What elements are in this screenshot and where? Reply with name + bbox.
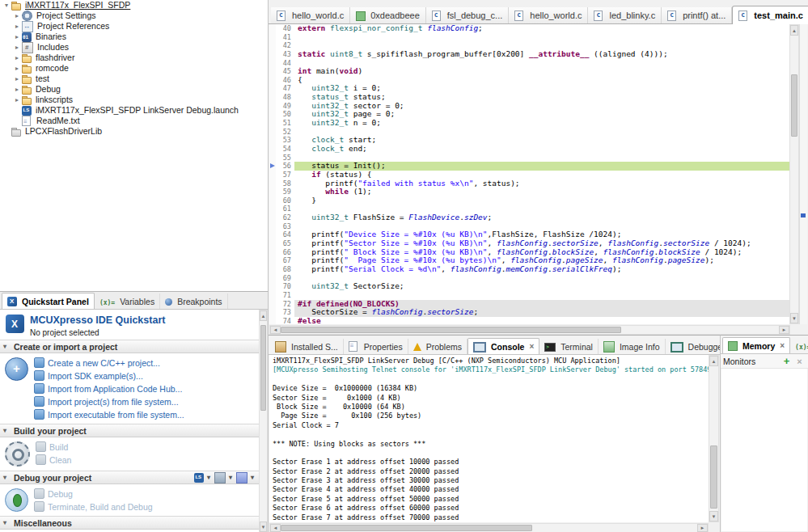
scrollbar-track[interactable]: [281, 326, 779, 334]
tree-item-project-settings[interactable]: Project Settings: [0, 11, 268, 21]
console-output[interactable]: iMXRT117x_FlexSPI_SFDP LinkServer Debug …: [269, 355, 709, 522]
code-text[interactable]: static uint8_t s_spififlash_program_buff…: [294, 50, 789, 59]
tree-item-flashdriver[interactable]: flashdriver: [0, 53, 268, 63]
line-number[interactable]: 72: [276, 300, 294, 309]
scrollbar-thumb[interactable]: [710, 445, 717, 508]
code-lines[interactable]: 40extern flexspi_nor_config_t flashConfi…: [269, 24, 789, 324]
program-flash-button[interactable]: [236, 472, 254, 483]
section-collapse-icon[interactable]: [3, 343, 11, 350]
annotation-ruler[interactable]: [269, 300, 276, 309]
line-number[interactable]: 53: [276, 136, 294, 145]
code-line-74[interactable]: 74#else: [269, 317, 789, 324]
code-line-73[interactable]: 73 SectorSize = flashConfig.sectorSize;: [269, 308, 789, 317]
editor-tab-0xdeadbeee[interactable]: 0xdeadbeee: [350, 7, 426, 23]
annotation-ruler[interactable]: [269, 59, 276, 68]
link-import-project-s-from-file-system[interactable]: Import project(s) from file system...: [34, 396, 184, 407]
scrollbar-thumb[interactable]: [791, 74, 797, 137]
section-header-build-your-project[interactable]: Build your project: [0, 424, 259, 437]
code-line-41[interactable]: 41: [269, 33, 789, 42]
annotation-ruler[interactable]: [269, 256, 276, 265]
line-number[interactable]: 74: [276, 317, 294, 324]
tree-expander-icon[interactable]: [12, 32, 22, 42]
tree-item-project-references[interactable]: Project References: [0, 21, 268, 32]
code-line-51[interactable]: 51 uint32_t n = 0;: [269, 119, 789, 128]
scrollbar-thumb[interactable]: [281, 525, 532, 531]
annotation-ruler[interactable]: [269, 274, 276, 283]
tree-expander-icon[interactable]: [2, 0, 11, 11]
line-number[interactable]: 59: [276, 188, 294, 196]
editor-tab-fsl-debug-c[interactable]: fsl_debug_c...: [426, 7, 510, 23]
tree-item-debug[interactable]: Debug: [0, 84, 268, 95]
tree-expander-icon[interactable]: [12, 53, 22, 63]
tree-item-lpcxflashdriverlib[interactable]: LPCXFlashDriverLib: [0, 126, 268, 137]
line-number[interactable]: 66: [276, 248, 294, 257]
annotation-ruler[interactable]: [269, 317, 276, 324]
scrollbar-track[interactable]: [260, 321, 267, 521]
code-text[interactable]: uint32_t SectorSize;: [294, 282, 789, 291]
code-editor[interactable]: 40extern flexspi_nor_config_t flashConfi…: [269, 24, 807, 324]
line-number[interactable]: 55: [276, 154, 294, 163]
code-text[interactable]: int main(void): [294, 67, 789, 76]
line-number[interactable]: 65: [276, 239, 294, 248]
annotation-ruler[interactable]: [269, 222, 276, 231]
line-number[interactable]: 63: [276, 222, 294, 231]
code-line-62[interactable]: 62 uint32_t FlashSize = FlashDevice.szDe…: [269, 213, 789, 222]
overview-ruler[interactable]: [799, 24, 807, 324]
code-text[interactable]: while (1);: [294, 188, 789, 196]
scrollbar-track[interactable]: [790, 36, 798, 313]
view-tab-breakpoints[interactable]: Breakpoints: [160, 293, 227, 309]
scroll-up-icon[interactable]: [709, 356, 718, 366]
annotation-ruler[interactable]: [269, 93, 276, 102]
tree-item-imxrt117x-flexspi-sfdp-linkserver-debug-launch[interactable]: iMXRT117x_FlexSPI_SFDP LinkServer Debug.…: [0, 105, 268, 116]
code-text[interactable]: clock_t start;: [294, 136, 789, 145]
link-import-from-application-code-hub[interactable]: Import from Application Code Hub...: [34, 383, 184, 394]
console-vertical-scrollbar[interactable]: [709, 355, 719, 522]
close-tab-icon[interactable]: [780, 341, 785, 350]
line-number[interactable]: 52: [276, 128, 294, 137]
scrollbar-track[interactable]: [709, 366, 718, 511]
annotation-ruler[interactable]: [269, 248, 276, 257]
console-tab-problems[interactable]: Problems: [408, 339, 467, 354]
line-number[interactable]: 44: [276, 59, 294, 68]
section-collapse-icon[interactable]: [3, 519, 11, 526]
annotation-ruler[interactable]: [269, 213, 276, 222]
annotation-ruler[interactable]: [269, 230, 276, 239]
annotation-ruler[interactable]: [269, 239, 276, 248]
console-tab-terminal[interactable]: Terminal: [539, 339, 599, 354]
debug-probe-button[interactable]: [214, 472, 232, 483]
line-number[interactable]: 40: [276, 24, 294, 33]
line-number[interactable]: 70: [276, 282, 294, 291]
line-number[interactable]: 54: [276, 145, 294, 154]
quickstart-scrollbar[interactable]: [259, 310, 268, 532]
line-number[interactable]: 57: [276, 171, 294, 179]
tree-item-romcode[interactable]: romcode: [0, 63, 268, 74]
annotation-ruler[interactable]: [269, 76, 276, 85]
link-create-a-new-c-c-project[interactable]: Create a new C/C++ project...: [34, 357, 184, 368]
annotation-ruler[interactable]: [269, 196, 276, 205]
line-number[interactable]: 58: [276, 179, 294, 188]
line-number[interactable]: 64: [276, 230, 294, 239]
annotation-ruler[interactable]: [269, 162, 276, 171]
code-line-40[interactable]: 40extern flexspi_nor_config_t flashConfi…: [269, 24, 789, 33]
scroll-down-icon[interactable]: [260, 521, 267, 532]
line-number[interactable]: 60: [276, 196, 294, 205]
editor-tab-led-blinky-c[interactable]: led_blinky.c: [588, 7, 662, 23]
code-line-70[interactable]: 70 uint32_t SectorSize;: [269, 282, 789, 291]
annotation-ruler[interactable]: [269, 188, 276, 196]
annotation-ruler[interactable]: [269, 308, 276, 317]
annotation-ruler[interactable]: [269, 171, 276, 179]
editor-tab-test-main-c[interactable]: test_main.c: [732, 6, 808, 24]
scroll-up-icon[interactable]: [790, 25, 798, 36]
scroll-down-icon[interactable]: [790, 313, 798, 323]
view-tab-quickstart-panel[interactable]: Quickstart Panel: [2, 293, 95, 310]
annotation-ruler[interactable]: [269, 145, 276, 154]
tree-expander-icon[interactable]: [12, 84, 22, 95]
annotation-ruler[interactable]: [269, 265, 276, 274]
tree-expander-icon[interactable]: [12, 63, 22, 74]
annotation-ruler[interactable]: [269, 67, 276, 76]
annotation-ruler[interactable]: [269, 128, 276, 137]
code-line-68[interactable]: 68 printf("Serial Clock = %d\n", flashCo…: [269, 265, 789, 274]
tree-item-test[interactable]: test: [0, 74, 268, 84]
link-import-sdk-example-s[interactable]: Import SDK example(s)...: [34, 370, 184, 381]
memory-tab-heap-a[interactable]: Heap a: [790, 338, 808, 353]
